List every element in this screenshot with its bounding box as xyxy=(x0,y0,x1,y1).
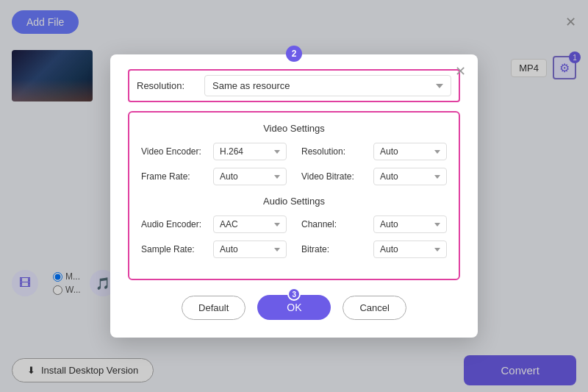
resolution-select[interactable]: Same as resource xyxy=(204,75,451,96)
video-settings-grid: Video Encoder: H.264 Resolution: Auto Fr… xyxy=(141,143,447,185)
channel-select[interactable]: Auto xyxy=(373,215,447,233)
frame-rate-row: Frame Rate: Auto xyxy=(141,168,287,185)
video-bitrate-label: Video Bitrate: xyxy=(301,171,368,182)
video-encoder-select[interactable]: H.264 xyxy=(213,143,287,160)
modal-step-number: 2 xyxy=(286,46,302,62)
audio-settings-grid: Audio Encoder: AAC Channel: Auto Sample … xyxy=(141,215,447,258)
sample-rate-row: Sample Rate: Auto xyxy=(141,240,287,258)
ok-label: OK xyxy=(287,302,301,313)
ok-step-number: 3 xyxy=(287,288,301,301)
resolution-right-select[interactable]: Auto xyxy=(373,143,447,160)
audio-encoder-select[interactable]: AAC xyxy=(213,215,287,233)
video-encoder-label: Video Encoder: xyxy=(141,146,207,157)
channel-label: Channel: xyxy=(301,219,368,229)
audio-encoder-row: Audio Encoder: AAC xyxy=(141,215,287,233)
video-encoder-row: Video Encoder: H.264 xyxy=(141,143,287,160)
audio-settings-title: Audio Settings xyxy=(141,196,447,207)
video-settings-title: Video Settings xyxy=(141,123,447,134)
resolution-label: Resolution: xyxy=(137,80,196,91)
cancel-button[interactable]: Cancel xyxy=(343,296,406,320)
settings-modal: 2 ✕ Resolution: Same as resource Video S… xyxy=(110,54,478,338)
frame-rate-select[interactable]: Auto xyxy=(213,168,287,185)
bitrate-select[interactable]: Auto xyxy=(373,240,447,258)
modal-buttons: Default 3 OK Cancel xyxy=(128,295,460,320)
ok-button[interactable]: 3 OK xyxy=(257,295,331,320)
resolution-row: Resolution: Same as resource xyxy=(128,69,460,102)
video-bitrate-select[interactable]: Auto xyxy=(373,168,447,185)
settings-box: Video Settings Video Encoder: H.264 Reso… xyxy=(128,111,460,280)
resolution-right-label: Resolution: xyxy=(301,146,368,157)
sample-rate-label: Sample Rate: xyxy=(141,244,207,254)
default-button[interactable]: Default xyxy=(182,296,245,320)
bitrate-row: Bitrate: Auto xyxy=(301,240,447,258)
modal-close-button[interactable]: ✕ xyxy=(455,63,466,79)
video-bitrate-row: Video Bitrate: Auto xyxy=(301,168,447,185)
frame-rate-label: Frame Rate: xyxy=(141,171,207,182)
audio-encoder-label: Audio Encoder: xyxy=(141,219,207,229)
modal-overlay: 2 ✕ Resolution: Same as resource Video S… xyxy=(0,0,588,392)
bitrate-label: Bitrate: xyxy=(301,244,368,254)
channel-row: Channel: Auto xyxy=(301,215,447,233)
resolution-right-row: Resolution: Auto xyxy=(301,143,447,160)
sample-rate-select[interactable]: Auto xyxy=(213,240,287,258)
